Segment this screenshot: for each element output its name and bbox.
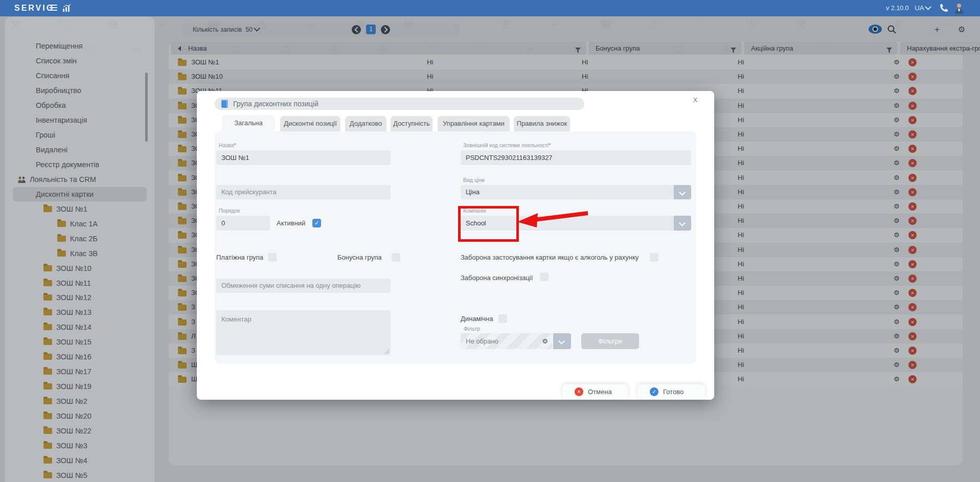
filter-value: Не обрано <box>466 337 498 345</box>
modal-tab-0[interactable]: Загальна <box>222 115 275 131</box>
bonus-group-label: Бонусна група <box>337 254 381 261</box>
filters-button[interactable]: Фільтри <box>581 333 639 349</box>
price-list-code-input[interactable]: Код прейскуранта <box>216 185 391 199</box>
modal-tab-5[interactable]: Правила знижок <box>514 116 570 131</box>
external-code-label: Зовнішній код системи лояльності* <box>463 142 551 148</box>
order-input[interactable]: 0 <box>216 216 270 231</box>
filter-label: Фільтр <box>464 326 480 332</box>
top-bar: SERVIO v 2.10.0 UA <box>0 0 980 16</box>
modal-tab-4[interactable]: Управління картами <box>438 116 510 131</box>
gear-icon: ⚙ <box>542 333 548 349</box>
cancel-label: Отмена <box>588 388 612 396</box>
active-checkbox[interactable]: ✓ <box>312 219 321 227</box>
payment-group-checkbox[interactable] <box>268 253 277 262</box>
bonus-group-checkbox[interactable] <box>392 253 400 262</box>
comment-textarea[interactable]: Коментар <box>216 310 391 355</box>
filter-select[interactable]: Не обрано ⚙ <box>461 333 552 349</box>
alcohol-ban-label: Заборона застосування картки якщо є алко… <box>461 254 639 261</box>
phone-icon[interactable] <box>940 4 948 12</box>
dynamic-checkbox[interactable] <box>498 314 507 323</box>
chevron-down-icon <box>925 4 931 10</box>
hamburger-menu-icon[interactable] <box>49 5 57 12</box>
modal-title-bar: Група дисконтних позицій <box>215 98 584 110</box>
done-check-icon: ✓ <box>650 387 658 396</box>
modal-title: Група дисконтних позицій <box>233 100 318 108</box>
cancel-x-icon: × <box>575 387 583 396</box>
name-input[interactable]: ЗОШ №1 <box>216 150 391 165</box>
filter-dropdown-button[interactable] <box>553 333 571 349</box>
chevron-down-icon <box>558 338 565 345</box>
modal-tab-3[interactable]: Доступність <box>391 116 432 131</box>
close-icon[interactable]: X <box>691 96 700 105</box>
payment-group-label: Платіжна група <box>216 254 263 261</box>
user-avatar[interactable] <box>954 3 964 14</box>
dynamic-label: Динамічна <box>461 315 493 323</box>
alcohol-ban-checkbox[interactable] <box>650 253 658 262</box>
order-label: Порядок <box>219 208 240 214</box>
sync-ban-checkbox[interactable] <box>540 272 549 281</box>
chevron-down-icon <box>679 220 686 226</box>
company-dropdown-button[interactable] <box>674 216 691 231</box>
active-label: Активний <box>277 219 305 227</box>
modal-tab-1[interactable]: Дисконтні позиції <box>280 116 340 131</box>
price-type-dropdown-button[interactable] <box>674 185 691 199</box>
chevron-down-icon <box>679 189 686 196</box>
external-code-input[interactable]: PSDCNTS293021163139327 <box>461 150 691 165</box>
price-type-select[interactable]: Ціна <box>461 185 691 199</box>
card-icon <box>221 100 228 108</box>
name-label: Назва* <box>219 142 236 148</box>
company-select[interactable]: School <box>461 216 691 231</box>
limit-input[interactable]: Обмеження суми списання на одну операцію <box>216 279 391 293</box>
language-label: UA <box>915 4 924 12</box>
resize-handle[interactable] <box>385 350 389 354</box>
servio-logo: SERVIO <box>14 4 54 13</box>
chart-icon[interactable] <box>62 4 72 12</box>
done-label: Готово <box>663 388 683 396</box>
app-screen: SERVIO v 2.10.0 UA ⚒♡⚙✂☎⚖♢✇⚒♡⚙✂☎⚖♢✇⚒♡⚙✂♡… <box>0 0 980 482</box>
cancel-button[interactable]: × Отмена <box>562 384 628 400</box>
sync-ban-label: Заборона синхронізації <box>461 274 533 282</box>
done-button[interactable]: ✓ Готово <box>637 384 705 400</box>
comment-placeholder: Коментар <box>221 315 251 323</box>
app-version: v 2.10.0 <box>886 5 908 12</box>
discount-group-modal: Група дисконтних позицій X ЗагальнаДиско… <box>197 91 714 400</box>
company-label: Компанія <box>463 208 486 214</box>
language-selector[interactable]: UA <box>915 4 930 12</box>
modal-tab-2[interactable]: Додатково <box>345 116 386 131</box>
price-type-label: Вид ціни <box>463 177 485 183</box>
